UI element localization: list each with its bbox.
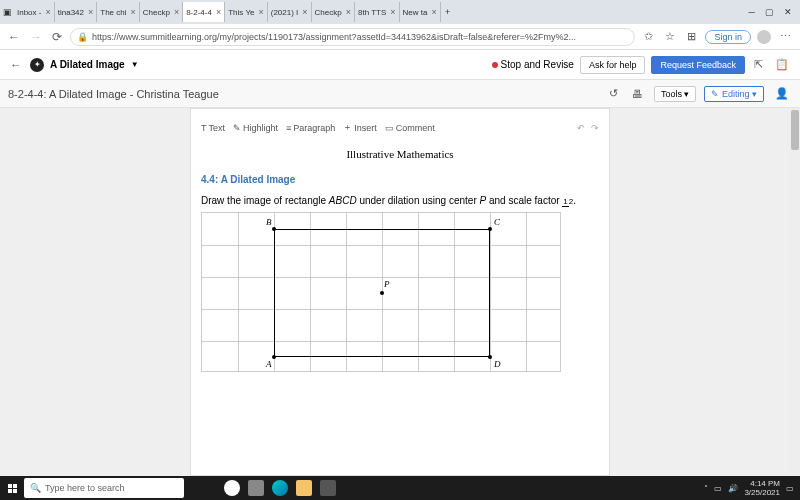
vertical-scrollbar[interactable] (790, 108, 800, 476)
annotation-toolbar: TText ✎Highlight ≡Paragraph ＋Insert ▭Com… (201, 117, 599, 142)
redo-button[interactable]: ↷ (591, 123, 599, 133)
system-tray: ˄ ▭ 🔊 4:14 PM 3/25/2021 ▭ (698, 479, 800, 497)
more-icon[interactable]: ⋯ (777, 30, 794, 43)
address-bar: ← → ⟳ 🔒 https://www.summitlearning.org/m… (0, 24, 800, 50)
scrollbar-thumb[interactable] (791, 110, 799, 150)
taskbar-clock[interactable]: 4:14 PM 3/25/2021 (744, 479, 780, 497)
ask-help-button[interactable]: Ask for help (580, 56, 646, 74)
favorites-bar-icon[interactable]: ☆ (662, 30, 678, 43)
label-c: C (494, 217, 500, 227)
app-header: ← ✦ A Dilated Image ▼ Stop and Revise As… (0, 50, 800, 80)
signin-button[interactable]: Sign in (705, 30, 751, 44)
file-explorer-icon[interactable] (296, 480, 312, 496)
collections-icon[interactable]: ⊞ (684, 30, 699, 43)
comment-tool[interactable]: ▭Comment (385, 123, 435, 133)
windows-taskbar: 🔍 Type here to search ˄ ▭ 🔊 4:14 PM 3/25… (0, 476, 800, 500)
close-icon[interactable]: × (302, 7, 307, 17)
close-window-icon[interactable]: ✕ (784, 7, 792, 17)
notifications-icon[interactable]: ▭ (786, 484, 794, 493)
document-page: TText ✎Highlight ≡Paragraph ＋Insert ▭Com… (190, 108, 610, 476)
refresh-button[interactable]: ⟳ (50, 30, 64, 44)
person-icon[interactable]: 👤 (772, 87, 792, 100)
text-tool[interactable]: TText (201, 123, 225, 133)
chevron-down-icon[interactable]: ▼ (131, 60, 139, 69)
external-link-icon[interactable]: ⇱ (751, 58, 766, 71)
tab-4[interactable]: 8-2-4-4× (183, 2, 225, 22)
label-p: P (384, 279, 390, 289)
insert-icon: ＋ (343, 121, 352, 134)
paragraph-tool[interactable]: ≡Paragraph (286, 123, 335, 133)
url-input[interactable]: 🔒 https://www.summitlearning.org/my/proj… (70, 28, 635, 46)
section-title: 4.4: A Dilated Image (201, 174, 599, 185)
close-icon[interactable]: × (216, 7, 221, 17)
geometry-grid[interactable]: B C A D P (201, 212, 561, 372)
close-icon[interactable]: × (346, 7, 351, 17)
editing-mode-dropdown[interactable]: ✎ Editing ▾ (704, 86, 764, 102)
start-button[interactable] (0, 476, 24, 500)
edge-icon[interactable] (272, 480, 288, 496)
fraction: 12 (562, 197, 573, 206)
label-a: A (266, 359, 272, 369)
comment-icon: ▭ (385, 123, 394, 133)
maximize-icon[interactable]: ▢ (765, 7, 774, 17)
tab-8[interactable]: 8th TTS× (355, 2, 400, 22)
lock-icon: 🔒 (77, 32, 88, 42)
tab-0[interactable]: Inbox -× (14, 2, 55, 22)
close-icon[interactable]: × (174, 7, 179, 17)
browser-titlebar: ▣ Inbox -× tina342× The chi× Checkp× 8-2… (0, 0, 800, 24)
request-feedback-button[interactable]: Request Feedback (651, 56, 745, 74)
stop-revise-button[interactable]: Stop and Revise (492, 59, 574, 70)
clipboard-icon[interactable]: 📋 (772, 58, 792, 71)
battery-icon[interactable]: ▭ (714, 484, 722, 493)
app-back-button[interactable]: ← (8, 58, 24, 72)
store-icon[interactable] (320, 480, 336, 496)
forward-button[interactable]: → (28, 30, 44, 44)
app-logo-icon: ✦ (30, 58, 44, 72)
insert-tool[interactable]: ＋Insert (343, 121, 377, 134)
point-c (488, 227, 492, 231)
tab-preview-icon[interactable]: ▣ (2, 7, 12, 17)
taskbar-apps (224, 480, 336, 496)
record-icon (492, 62, 498, 68)
close-icon[interactable]: × (258, 7, 263, 17)
tab-1[interactable]: tina342× (55, 2, 98, 22)
tab-9[interactable]: New ta× (400, 2, 441, 22)
back-button[interactable]: ← (6, 30, 22, 44)
taskbar-search[interactable]: 🔍 Type here to search (24, 478, 184, 498)
highlight-tool[interactable]: ✎Highlight (233, 123, 278, 133)
print-icon[interactable]: 🖶 (629, 88, 646, 100)
minimize-icon[interactable]: ─ (749, 7, 755, 17)
undo-button[interactable]: ↶ (577, 123, 585, 133)
tray-chevron-icon[interactable]: ˄ (704, 484, 708, 493)
profile-avatar[interactable] (757, 30, 771, 44)
windows-icon (8, 484, 17, 493)
task-view-icon[interactable] (248, 480, 264, 496)
search-placeholder: Type here to search (45, 483, 125, 493)
point-b (272, 227, 276, 231)
new-tab-button[interactable]: + (443, 7, 453, 17)
close-icon[interactable]: × (88, 7, 93, 17)
document-brand: Illustrative Mathematics (201, 148, 599, 160)
tab-7[interactable]: Checkp× (312, 2, 355, 22)
app-title: A Dilated Image (50, 59, 125, 70)
close-icon[interactable]: × (130, 7, 135, 17)
close-icon[interactable]: × (45, 7, 50, 17)
tools-dropdown[interactable]: Tools ▾ (654, 86, 697, 102)
tab-3[interactable]: Checkp× (140, 2, 183, 22)
text-icon: T (201, 123, 207, 133)
url-text: https://www.summitlearning.org/my/projec… (92, 32, 576, 42)
tab-5[interactable]: This Ye× (225, 2, 268, 22)
close-icon[interactable]: × (431, 7, 436, 17)
content-area: TText ✎Highlight ≡Paragraph ＋Insert ▭Com… (0, 108, 800, 476)
cortana-icon[interactable] (224, 480, 240, 496)
instruction-text: Draw the image of rectangle ABCD under d… (201, 195, 599, 206)
point-d (488, 355, 492, 359)
volume-icon[interactable]: 🔊 (728, 484, 738, 493)
tab-6[interactable]: (2021) I× (268, 2, 312, 22)
history-icon[interactable]: ↺ (606, 87, 621, 100)
document-subheader: 8-2-4-4: A Dilated Image - Christina Tea… (0, 80, 800, 108)
paragraph-icon: ≡ (286, 123, 291, 133)
favorite-icon[interactable]: ✩ (641, 30, 656, 43)
tab-2[interactable]: The chi× (97, 2, 140, 22)
close-icon[interactable]: × (390, 7, 395, 17)
